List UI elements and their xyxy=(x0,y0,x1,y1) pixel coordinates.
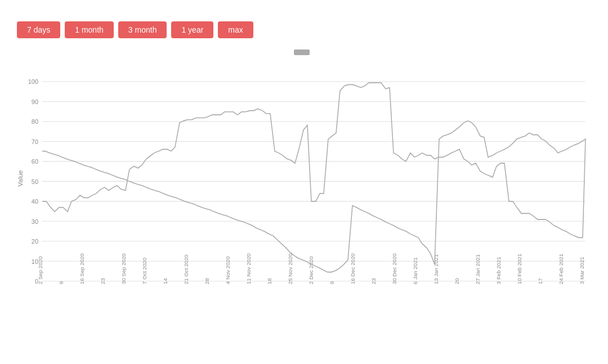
svg-text:25 Nov 2020: 25 Nov 2020 xyxy=(288,253,293,284)
svg-text:10 Feb 2021: 10 Feb 2021 xyxy=(517,254,522,284)
btn-3month[interactable]: 3 month xyxy=(118,21,167,38)
svg-text:60: 60 xyxy=(32,158,38,165)
svg-text:4 Nov 2020: 4 Nov 2020 xyxy=(225,257,231,284)
svg-text:21 Oct 2020: 21 Oct 2020 xyxy=(184,254,189,284)
svg-text:2 Sep 2020: 2 Sep 2020 xyxy=(38,257,43,284)
svg-text:2 Dec 2020: 2 Dec 2020 xyxy=(309,257,314,284)
svg-text:30: 30 xyxy=(32,218,38,224)
svg-text:16 Dec 2020: 16 Dec 2020 xyxy=(350,253,356,284)
svg-text:40: 40 xyxy=(32,198,38,205)
svg-text:6 Jan 2021: 6 Jan 2021 xyxy=(413,257,418,284)
btn-1month[interactable]: 1 month xyxy=(65,21,114,38)
svg-text:11 Nov 2020: 11 Nov 2020 xyxy=(246,253,252,284)
svg-text:30 Dec 2020: 30 Dec 2020 xyxy=(392,253,397,284)
svg-text:18: 18 xyxy=(267,278,272,284)
svg-text:3 Feb 2021: 3 Feb 2021 xyxy=(496,257,502,284)
time-range-buttons: 7 days 1 month 3 month 1 year max xyxy=(17,21,591,38)
svg-text:16 Sep 2020: 16 Sep 2020 xyxy=(79,253,85,284)
svg-text:23: 23 xyxy=(100,278,106,284)
svg-text:10: 10 xyxy=(32,258,38,264)
btn-7days[interactable]: 7 days xyxy=(17,21,60,38)
svg-text:24 Feb 2021: 24 Feb 2021 xyxy=(558,254,564,284)
svg-text:80: 80 xyxy=(32,118,38,125)
svg-text:50: 50 xyxy=(32,178,38,185)
btn-max[interactable]: max xyxy=(218,21,253,38)
svg-text:14: 14 xyxy=(163,278,168,284)
svg-text:17: 17 xyxy=(538,278,543,284)
svg-text:20: 20 xyxy=(32,238,38,245)
svg-text:7 Oct 2020: 7 Oct 2020 xyxy=(142,258,147,284)
svg-text:28: 28 xyxy=(204,278,210,284)
svg-text:9: 9 xyxy=(329,281,335,284)
btn-1year[interactable]: 1 year xyxy=(171,21,213,38)
svg-text:20: 20 xyxy=(454,278,460,284)
svg-text:27 Jan 2021: 27 Jan 2021 xyxy=(475,254,481,284)
svg-text:9: 9 xyxy=(59,281,64,284)
svg-text:30 Sep 2020: 30 Sep 2020 xyxy=(121,253,127,284)
svg-text:100: 100 xyxy=(28,78,38,85)
chart-legend xyxy=(17,50,591,55)
chart-line xyxy=(42,83,585,272)
svg-text:23: 23 xyxy=(371,278,377,284)
svg-text:Value: Value xyxy=(17,170,24,186)
svg-text:90: 90 xyxy=(32,98,38,105)
chart-container: 0 10 20 30 40 50 60 70 80 90 100 Value 2… xyxy=(17,57,591,299)
svg-text:70: 70 xyxy=(32,138,38,145)
legend-swatch xyxy=(294,50,310,55)
svg-text:3 Mar 2021: 3 Mar 2021 xyxy=(579,257,585,284)
main-chart: 0 10 20 30 40 50 60 70 80 90 100 Value 2… xyxy=(17,57,591,299)
